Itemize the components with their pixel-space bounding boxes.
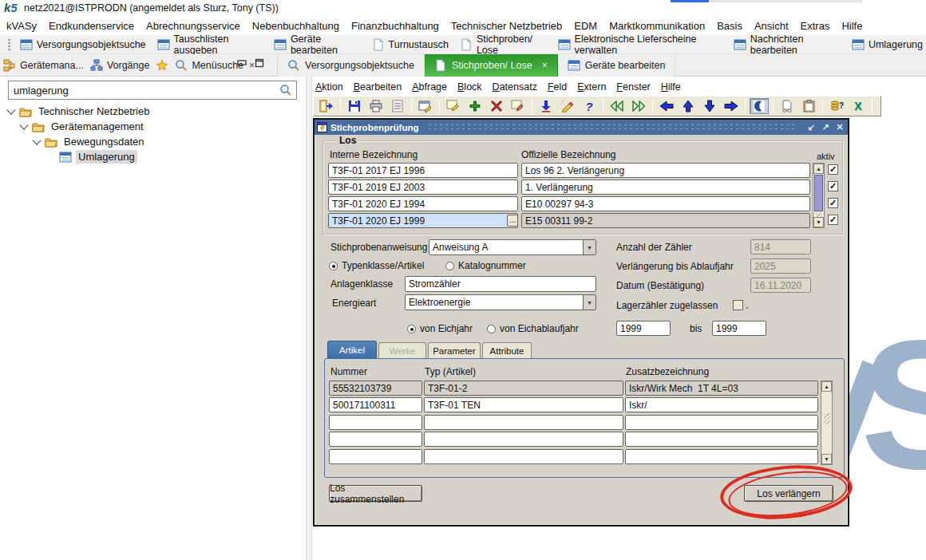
anlagenklasse-field[interactable]: Stromzähler [405, 276, 596, 292]
edit-pencil-icon[interactable] [558, 98, 577, 114]
tab-versorgungsobjektsuche[interactable]: Versorgungsobjektsuche [278, 54, 425, 77]
close-window-icon[interactable]: ✕ [834, 122, 845, 132]
los-offizielle-field[interactable]: E10 00297 94-3 [521, 196, 810, 211]
maximize-panel-icon[interactable] [255, 58, 264, 68]
previous-field-icon[interactable] [657, 98, 676, 114]
menu-bearbeiten[interactable]: Bearbeiten [354, 81, 402, 93]
tab-attribute[interactable]: Attribute [482, 342, 532, 358]
nummer-cell[interactable] [329, 415, 422, 430]
zusatz-cell[interactable]: Iskr/ [625, 397, 818, 412]
chevron-down-icon[interactable] [32, 136, 41, 144]
nummer-cell[interactable]: 500171100311 [329, 397, 422, 412]
chevron-down-icon[interactable] [6, 105, 15, 114]
aktiv-checkbox[interactable]: ✓ [828, 181, 838, 191]
clipboard-icon[interactable] [799, 98, 818, 114]
los-interne-field[interactable]: T3F-01 2017 EJ 1996 [328, 163, 518, 178]
typ-cell[interactable]: T3F-01 TEN [424, 397, 623, 412]
von-eichablaufjahr-radio[interactable] [487, 325, 496, 333]
zusatz-cell[interactable]: Iskr/Wirk Mech 1T 4L=03 [625, 381, 818, 396]
exit-icon[interactable] [317, 98, 336, 114]
panel-item-geraetemanagement[interactable]: Gerätemana... [3, 59, 84, 72]
jahr-bis-field[interactable]: 1999 [712, 321, 766, 336]
von-eichjahr-radio[interactable] [407, 325, 416, 333]
tree-item-technischer-netzbetrieb[interactable]: Technischer Netzbetrieb [0, 104, 306, 119]
toolbar-item-nachrichten-bearbeiten[interactable]: Nachrichten bearbeiten [730, 32, 844, 57]
scrollbar-thumb[interactable] [814, 175, 823, 211]
energieart-combobox[interactable]: Elektroenergie ▼ [405, 294, 596, 310]
los-offizielle-field[interactable]: E15 00311 99-2 [521, 213, 810, 228]
menu-datensatz[interactable]: Datensatz [493, 81, 537, 93]
chevron-down-icon[interactable]: ▼ [583, 240, 596, 254]
sidebar-splitter[interactable] [306, 77, 312, 560]
los-interne-field[interactable]: T3F-01 2020 EJ 1994 [328, 196, 518, 211]
favorites-star-icon[interactable] [156, 59, 168, 72]
insert-record-icon[interactable] [465, 98, 485, 114]
excel-export-icon[interactable]: X [849, 98, 868, 114]
lov-ellipsis-button[interactable]: ... [507, 215, 518, 227]
cancel-query-icon[interactable] [509, 98, 528, 114]
toolbar-item-elektronische-lieferscheine[interactable]: Elektronische Lieferscheine verwalten [555, 32, 726, 57]
search-icon[interactable] [279, 84, 292, 97]
next-block-icon[interactable] [629, 98, 648, 114]
menu-fenster[interactable]: Fenster [616, 81, 650, 93]
next-field-icon[interactable] [722, 98, 741, 114]
scroll-down-icon[interactable]: ▼ [821, 454, 832, 464]
von-eichablaufjahr-radio-label[interactable]: von Eichablaufjahr [500, 323, 579, 334]
menu-endkundenservice[interactable]: Endkundenservice [49, 20, 134, 32]
toolbar-drag-handle[interactable] [8, 38, 10, 51]
download-record-icon[interactable] [536, 98, 556, 114]
prev-block-icon[interactable] [607, 98, 627, 114]
chevron-down-icon[interactable] [19, 120, 28, 129]
los-zusammenstellen-button[interactable]: Los zusammenstellen [329, 485, 422, 502]
typ-cell[interactable]: T3F-01-2 [424, 381, 623, 396]
toolbar-item-tauschlisten-ausgeben[interactable]: Tauschlisten ausgeben [154, 32, 266, 57]
typenklasse-radio[interactable] [329, 262, 338, 270]
list-icon[interactable] [388, 98, 407, 114]
menu-abrechnungsservice[interactable]: Abrechnungsservice [146, 20, 240, 32]
menu-abfrage[interactable]: Abfrage [412, 81, 447, 93]
katalognummer-radio[interactable] [445, 262, 454, 270]
toolbar-item-umlagerung[interactable]: Umlagerung [849, 37, 926, 53]
toolbar-item-geraete-bearbeiten[interactable]: Geräte bearbeiten [271, 32, 364, 57]
menu-edm[interactable]: EDM [574, 20, 597, 32]
menu-technischer-netzbetrieb[interactable]: Technischer Netzbetrieb [451, 20, 562, 32]
nummer-cell[interactable] [329, 449, 422, 464]
menu-feld[interactable]: Feld [548, 81, 567, 93]
los-offizielle-field[interactable]: 1. Verlängerung [521, 179, 810, 195]
tree-item-umlagerung[interactable]: Umlagerung [0, 149, 306, 164]
chevron-down-icon[interactable]: ▼ [583, 295, 596, 310]
scroll-up-icon[interactable]: ▲ [813, 164, 824, 174]
help-icon[interactable]: ? [580, 98, 599, 114]
tab-geraete-bearbeiten[interactable]: Geräte bearbeiten [558, 54, 676, 77]
minimize-panel-icon[interactable] [237, 58, 247, 68]
tree-item-geraetemanagement[interactable]: Gerätemanagement [0, 119, 306, 134]
close-tab-icon[interactable]: × [542, 60, 548, 71]
menu-basis[interactable]: Basis [717, 20, 742, 32]
nummer-cell[interactable] [329, 432, 422, 447]
window-edit-icon[interactable] [416, 98, 435, 114]
coins-question-icon[interactable]: ? [827, 98, 846, 114]
lagerzaehler-checkbox[interactable] [733, 300, 743, 310]
typ-cell[interactable] [424, 415, 623, 430]
menu-kvasy[interactable]: kVASy [6, 20, 37, 32]
scroll-up-icon[interactable]: ▲ [821, 381, 832, 392]
tab-parameter[interactable]: Parameter [428, 342, 481, 358]
tree-item-bewegungsdaten[interactable]: Bewegungsdaten [0, 134, 306, 149]
delete-record-icon[interactable] [487, 98, 506, 114]
next-record-icon[interactable] [700, 98, 719, 114]
save-icon[interactable] [345, 98, 364, 114]
stichprobenanweisung-combobox[interactable]: Anweisung A ▼ [429, 239, 596, 255]
enter-query-icon[interactable] [444, 98, 463, 114]
jahr-von-field[interactable]: 1999 [616, 321, 671, 336]
menu-extras[interactable]: Extras [801, 20, 830, 32]
aktiv-checkbox[interactable]: ✓ [828, 164, 838, 175]
tab-artikel[interactable]: Artikel [327, 341, 377, 359]
restore-window-icon[interactable]: ↗ [820, 122, 831, 132]
katalognummer-radio-label[interactable]: Katalognummer [458, 260, 526, 271]
los-interne-field-selected[interactable]: T3F-01 2020 EJ 1999 [328, 213, 518, 228]
menu-ansicht[interactable]: Ansicht [754, 20, 789, 32]
menu-marktkommunikation[interactable]: Marktkommunikation [609, 20, 705, 32]
los-offizielle-field[interactable]: Los 96 2. Verlängerung [521, 163, 810, 178]
menu-nebenbuchhaltung[interactable]: Nebenbuchhaltung [252, 20, 339, 32]
von-eichjahr-radio-label[interactable]: von Eichjahr [420, 323, 473, 334]
